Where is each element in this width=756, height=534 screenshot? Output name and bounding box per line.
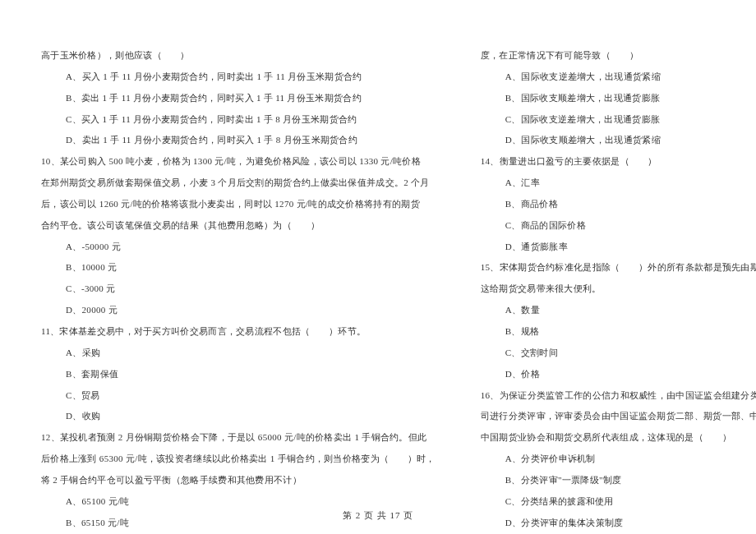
text-line: 将 2 手铜合约平仓可以盈亏平衡（忽略手续费和其他费用不计） [41,470,436,491]
text-line: C、商品的国际价格 [481,215,756,237]
right-column: 度，在正常情况下有可能导致（ ）A、国际收支逆差增大，出现通货紧缩B、国际收支顺… [481,45,756,497]
text-line: 在郑州期货交易所做套期保值交易，小麦 3 个月后交割的期货合约上做卖出保值并成交… [41,173,436,194]
text-line: 中国期货业协会和期货交易所代表组成，这体现的是（ ） [481,427,756,449]
text-line: A、国际收支逆差增大，出现通货紧缩 [481,67,756,88]
page-footer: 第 2 页 共 17 页 [0,509,756,522]
text-line: B、卖出 1 手 11 月份小麦期货合约，同时买入 1 手 11 月份玉米期货合… [41,88,436,109]
left-column: 高于玉米价格），则他应该（ ）A、买入 1 手 11 月份小麦期货合约，同时卖出… [41,45,436,497]
text-line: B、国际收支顺差增大，出现通货膨胀 [481,88,756,109]
text-line: 11、宋体基差交易中，对于买方叫价交易而言，交易流程不包括（ ）环节。 [41,321,436,343]
text-line: D、20000 元 [41,300,436,321]
text-line: 高于玉米价格），则他应该（ ） [41,45,436,67]
text-line: 14、衡量进出口盈亏的主要依据是（ ） [481,151,756,173]
text-line: 后价格上涨到 65300 元/吨，该投资者继续以此价格卖出 1 手铜合约，则当价… [41,449,436,470]
text-line: C、贸易 [41,385,436,407]
text-line: 合约平仓。该公司该笔保值交易的结果（其他费用忽略）为（ ） [41,215,436,237]
content-columns: 高于玉米价格），则他应该（ ）A、买入 1 手 11 月份小麦期货合约，同时卖出… [41,45,715,497]
text-line: B、规格 [481,321,756,343]
text-line: 度，在正常情况下有可能导致（ ） [481,45,756,67]
text-line: 后，该公司以 1260 元/吨的价格将该批小麦卖出，同时以 1270 元/吨的成… [41,194,436,215]
text-line: D、国际收支顺差增大，出现通货紧缩 [481,130,756,151]
text-line: D、卖出 1 手 11 月份小麦期货合约，同时买入 1 手 8 月份玉米期货合约 [41,130,436,151]
text-line: B、10000 元 [41,257,436,279]
text-line: D、收购 [41,406,436,427]
text-line: A、分类评价申诉机制 [481,449,756,470]
text-line: 12、某投机者预测 2 月份铜期货价格会下降，于是以 65000 元/吨的价格卖… [41,427,436,449]
text-line: D、通货膨胀率 [481,237,756,258]
text-line: 15、宋体期货合约标准化是指除（ ）外的所有条款都是预先由期货交易所统一规定好的… [481,257,756,279]
text-line: C、交割时间 [481,343,756,364]
text-line: D、价格 [481,364,756,385]
text-line: A、数量 [481,300,756,321]
text-line: B、分类评审"一票降级"制度 [481,470,756,491]
text-line: C、买入 1 手 11 月份小麦期货合约，同时卖出 1 手 8 月份玉米期货合约 [41,109,436,131]
text-line: A、汇率 [481,173,756,194]
text-line: A、采购 [41,343,436,364]
text-line: 16、为保证分类监管工作的公信力和权威性，由中国证监会组建分类监管评审委员会对期… [481,385,756,407]
text-line: 这给期货交易带来很大便利。 [481,279,756,300]
text-line: 司进行分类评审，评审委员会由中国证监会期货二部、期货一部、中国期货保证金监控中心… [481,406,756,427]
text-line: C、-3000 元 [41,279,436,300]
text-line: C、国际收支逆差增大，出现通货膨胀 [481,109,756,131]
text-line: B、商品价格 [481,194,756,215]
text-line: 10、某公司购入 500 吨小麦，价格为 1300 元/吨，为避免价格风险，该公… [41,151,436,173]
text-line: A、-50000 元 [41,237,436,258]
text-line: B、套期保值 [41,364,436,385]
text-line: A、买入 1 手 11 月份小麦期货合约，同时卖出 1 手 11 月份玉米期货合… [41,67,436,88]
